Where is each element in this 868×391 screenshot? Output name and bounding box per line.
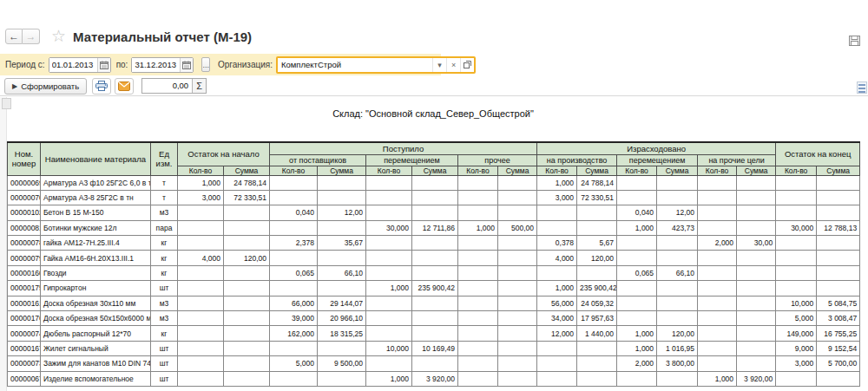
table-cell[interactable]: кг bbox=[151, 265, 178, 280]
table-cell[interactable] bbox=[412, 175, 458, 190]
table-cell[interactable] bbox=[737, 175, 776, 190]
table-cell[interactable] bbox=[270, 341, 318, 355]
table-cell[interactable]: 66,10 bbox=[318, 265, 366, 280]
table-cell[interactable]: 24 788,14 bbox=[577, 175, 617, 190]
table-cell[interactable]: 3,000 bbox=[537, 190, 577, 205]
table-cell[interactable]: 1,000 bbox=[366, 371, 412, 386]
table-cell[interactable] bbox=[178, 205, 224, 220]
table-cell[interactable] bbox=[577, 205, 617, 220]
table-cell[interactable] bbox=[657, 296, 698, 310]
table-cell[interactable]: 0,040 bbox=[270, 205, 318, 220]
table-cell[interactable] bbox=[698, 341, 737, 355]
table-cell[interactable]: 00000073 bbox=[8, 356, 41, 371]
table-cell[interactable] bbox=[617, 251, 657, 265]
table-cell[interactable] bbox=[617, 296, 657, 310]
table-cell[interactable] bbox=[498, 356, 537, 371]
table-cell[interactable]: 12 711,86 bbox=[412, 220, 458, 235]
table-cell[interactable]: гайка АМ12-7Н.25.III.4 bbox=[41, 236, 151, 251]
table-cell[interactable] bbox=[737, 296, 776, 310]
table-cell[interactable]: 1,000 bbox=[617, 220, 657, 235]
amount-value[interactable]: 0,00 bbox=[142, 79, 192, 93]
table-cell[interactable] bbox=[412, 265, 458, 280]
table-cell[interactable] bbox=[224, 205, 270, 220]
table-cell[interactable] bbox=[737, 311, 776, 326]
favorite-star-icon[interactable]: ☆ bbox=[51, 26, 66, 46]
table-cell[interactable] bbox=[577, 371, 617, 386]
table-cell[interactable] bbox=[458, 296, 498, 310]
table-cell[interactable]: м3 bbox=[151, 205, 178, 220]
table-cell[interactable] bbox=[498, 236, 537, 251]
table-cell[interactable] bbox=[366, 326, 412, 341]
table-cell[interactable] bbox=[537, 371, 577, 386]
table-cell[interactable]: 235 900,42 bbox=[577, 281, 617, 296]
table-cell[interactable] bbox=[224, 356, 270, 371]
table-cell[interactable] bbox=[617, 190, 657, 205]
table-cell[interactable]: 3 920,00 bbox=[737, 371, 776, 386]
table-cell[interactable] bbox=[366, 296, 412, 310]
table-cell[interactable]: 00000069 bbox=[8, 175, 41, 190]
more-options-button[interactable]: ... bbox=[201, 57, 210, 72]
send-email-button[interactable] bbox=[115, 78, 134, 94]
table-cell[interactable]: кг bbox=[151, 326, 178, 341]
table-cell[interactable] bbox=[366, 311, 412, 326]
table-cell[interactable]: 10,000 bbox=[366, 341, 412, 355]
table-cell[interactable]: 72 330,51 bbox=[577, 190, 617, 205]
table-cell[interactable]: 00000079 bbox=[8, 251, 41, 265]
table-cell[interactable] bbox=[498, 251, 537, 265]
table-cell[interactable] bbox=[178, 371, 224, 386]
table-cell[interactable]: шт bbox=[151, 356, 178, 371]
table-cell[interactable] bbox=[737, 220, 776, 235]
table-cell[interactable] bbox=[178, 311, 224, 326]
table-cell[interactable]: 5,000 bbox=[776, 311, 817, 326]
table-cell[interactable] bbox=[776, 205, 817, 220]
table-cell[interactable]: т bbox=[151, 175, 178, 190]
table-cell[interactable]: 12,00 bbox=[657, 205, 698, 220]
table-cell[interactable] bbox=[498, 341, 537, 355]
table-cell[interactable] bbox=[737, 281, 776, 296]
table-cell[interactable] bbox=[737, 251, 776, 265]
table-cell[interactable]: Гипрокартон bbox=[41, 281, 151, 296]
table-cell[interactable] bbox=[458, 175, 498, 190]
table-cell[interactable]: 00000176 bbox=[8, 311, 41, 326]
table-cell[interactable]: 16 755,25 bbox=[817, 326, 860, 341]
table-cell[interactable] bbox=[412, 251, 458, 265]
table-cell[interactable] bbox=[737, 356, 776, 371]
table-cell[interactable]: 3 008,47 bbox=[817, 311, 860, 326]
table-cell[interactable] bbox=[617, 281, 657, 296]
clear-icon[interactable]: × bbox=[446, 58, 460, 72]
table-cell[interactable] bbox=[577, 265, 617, 280]
table-cell[interactable]: 29 144,07 bbox=[318, 296, 366, 310]
table-cell[interactable] bbox=[412, 296, 458, 310]
table-cell[interactable] bbox=[178, 356, 224, 371]
table-cell[interactable] bbox=[776, 251, 817, 265]
table-cell[interactable] bbox=[270, 175, 318, 190]
table-cell[interactable]: Доска обрезная 30х110 мм bbox=[41, 296, 151, 310]
table-cell[interactable] bbox=[458, 341, 498, 355]
table-cell[interactable] bbox=[698, 281, 737, 296]
table-cell[interactable] bbox=[737, 326, 776, 341]
table-cell[interactable]: 30,000 bbox=[366, 220, 412, 235]
table-cell[interactable] bbox=[458, 265, 498, 280]
table-cell[interactable] bbox=[224, 371, 270, 386]
table-cell[interactable] bbox=[366, 251, 412, 265]
table-cell[interactable] bbox=[318, 371, 366, 386]
table-cell[interactable] bbox=[412, 311, 458, 326]
table-cell[interactable]: 20 966,10 bbox=[318, 311, 366, 326]
table-cell[interactable] bbox=[698, 326, 737, 341]
table-cell[interactable]: Жилет сигнальный bbox=[41, 341, 151, 355]
table-cell[interactable]: 39,000 bbox=[270, 311, 318, 326]
table-cell[interactable]: 3,000 bbox=[178, 190, 224, 205]
table-cell[interactable] bbox=[366, 236, 412, 251]
table-cell[interactable] bbox=[737, 190, 776, 205]
table-cell[interactable]: 18 315,25 bbox=[318, 326, 366, 341]
table-cell[interactable] bbox=[617, 236, 657, 251]
table-cell[interactable] bbox=[178, 236, 224, 251]
save-icon[interactable] bbox=[849, 36, 860, 46]
table-cell[interactable] bbox=[458, 371, 498, 386]
table-cell[interactable] bbox=[366, 175, 412, 190]
table-cell[interactable] bbox=[776, 236, 817, 251]
table-cell[interactable]: кг bbox=[151, 236, 178, 251]
period-from-input[interactable] bbox=[49, 58, 97, 72]
table-cell[interactable]: 2,000 bbox=[617, 356, 657, 371]
table-cell[interactable] bbox=[178, 220, 224, 235]
